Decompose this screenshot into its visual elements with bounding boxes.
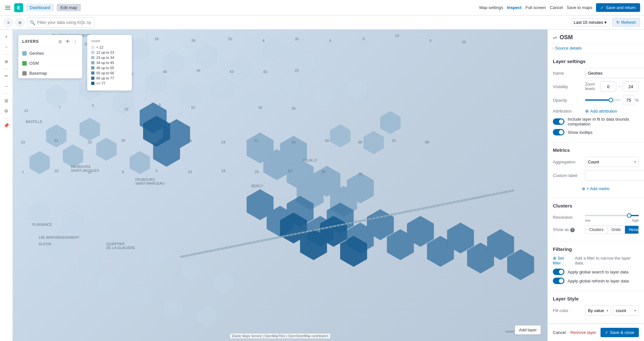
include-layer-toggle[interactable] xyxy=(553,118,564,125)
svg-text:24: 24 xyxy=(392,139,396,143)
fill-by-dropdown[interactable]: By value ▾ xyxy=(585,305,611,316)
zoom-out-button[interactable]: − xyxy=(2,42,11,51)
layer-item-basemap[interactable]: Basemap xyxy=(18,68,82,78)
bottom-actions: Cancel Remove layer ✓ Save & close xyxy=(548,324,644,341)
filter-input[interactable] xyxy=(27,17,95,28)
filter-options-button[interactable]: ⊕ xyxy=(15,18,24,27)
resolution-slider-container: low high xyxy=(585,212,639,222)
save-close-button[interactable]: ✓ Save & close xyxy=(601,328,639,337)
layer-item-geohex[interactable]: Geohex xyxy=(18,48,82,58)
custom-label-input[interactable] xyxy=(585,170,644,180)
svg-text:52: 52 xyxy=(191,106,196,109)
layer-item-osm[interactable]: OSM xyxy=(18,58,82,68)
dropdown-arrow-icon: ▾ xyxy=(634,160,636,164)
svg-text:22: 22 xyxy=(124,107,129,111)
legend-color-2 xyxy=(91,56,94,59)
resolution-row: Resolution low high xyxy=(553,212,639,222)
show-as-clusters-button[interactable]: Clusters xyxy=(585,226,608,234)
filter-bar: ≡ ⊕ 🔍 Last 15 minutes ▾ ↻ Refresh xyxy=(0,15,644,30)
legend-label-0: < 12 xyxy=(96,45,103,49)
svg-text:26: 26 xyxy=(188,139,192,143)
svg-marker-92 xyxy=(80,251,100,274)
neighborhood-label-4: FAUBOURGSAINT-MARCEAU xyxy=(135,178,164,185)
svg-marker-99 xyxy=(96,272,116,294)
neighborhood-label-2: BASTILLE xyxy=(26,120,42,124)
include-layer-label: Include layer in fit to data bounds comp… xyxy=(568,117,639,126)
tools-button[interactable]: ⚙ xyxy=(2,106,11,115)
apply-global-search-toggle[interactable] xyxy=(553,269,564,275)
neighborhood-label-6: BERCY xyxy=(251,184,264,188)
layers-filter-icon-btn[interactable]: ⊘ xyxy=(58,38,63,45)
svg-text:58: 58 xyxy=(325,139,329,143)
neighborhood-label-10: ALESIA xyxy=(39,242,51,246)
layers-button[interactable]: ⊞ xyxy=(2,96,11,105)
osm-color-box xyxy=(22,61,27,66)
svg-text:5: 5 xyxy=(429,39,431,42)
fill-field-dropdown[interactable]: count ▾ xyxy=(613,305,639,316)
cancel-bottom-button[interactable]: Cancel xyxy=(553,328,566,337)
svg-text:8: 8 xyxy=(363,37,365,41)
zoom-from-input[interactable] xyxy=(600,81,616,92)
set-filter-plus-icon: ⊕ xyxy=(553,256,556,261)
hamburger-menu[interactable] xyxy=(4,4,12,12)
show-as-hexagons-button[interactable]: Hexagons xyxy=(625,226,639,234)
set-filter-link[interactable]: ⊕ Set filter xyxy=(553,256,572,265)
zoom-in-button[interactable]: + xyxy=(2,32,11,41)
opacity-slider[interactable] xyxy=(585,99,621,101)
attribution-row: Attribution ⊕ Add attribution xyxy=(553,108,639,114)
legend-item-3: 34 up to 45 xyxy=(91,61,128,65)
time-selector[interactable]: Last 15 minutes ▾ xyxy=(571,18,610,26)
save-return-button[interactable]: ✓ Save and return xyxy=(596,3,640,12)
draw-button[interactable]: ✏ xyxy=(2,71,11,80)
map-area[interactable]: 39 29 20 49 18 39 20 4 35 4 8 29 5 29 20… xyxy=(13,30,547,341)
save-to-maps-link[interactable]: Save to maps xyxy=(567,5,592,10)
svg-marker-58 xyxy=(380,111,400,134)
show-tooltips-toggle[interactable] xyxy=(553,129,564,135)
resolution-label: Resolution xyxy=(553,215,585,220)
add-attribution-link[interactable]: ⊕ Add attribution xyxy=(585,108,617,114)
map-settings-link[interactable]: Map settings xyxy=(479,5,503,10)
edit-map-button[interactable]: Edit map xyxy=(57,4,81,11)
filter-toggle-button[interactable]: ≡ xyxy=(4,18,13,27)
full-screen-link[interactable]: Full screen xyxy=(525,5,546,10)
svg-text:8: 8 xyxy=(122,170,124,174)
zoom-to-input[interactable] xyxy=(623,81,639,92)
fill-color-controls: By value ▾ count ▾ xyxy=(585,305,639,316)
aggregation-dropdown[interactable]: Count ▾ xyxy=(585,157,639,167)
layers-more-icon-btn[interactable]: ⋮ xyxy=(72,38,78,45)
cancel-link[interactable]: Cancel xyxy=(550,5,563,10)
svg-marker-57 xyxy=(364,131,384,154)
remove-layer-button[interactable]: Remove layer xyxy=(570,328,596,337)
svg-text:75: 75 xyxy=(358,172,362,176)
name-input[interactable] xyxy=(585,68,644,78)
show-as-grids-button[interactable]: Grids xyxy=(608,226,625,234)
dashboard-button[interactable]: Dashboard xyxy=(26,4,54,11)
legend-item-5: 55 up to 66 xyxy=(91,71,128,75)
apply-global-refresh-toggle[interactable] xyxy=(553,278,564,284)
include-layer-toggle-row: Include layer in fit to data bounds comp… xyxy=(553,117,639,126)
measure-button[interactable]: ↔ xyxy=(2,82,11,91)
layers-eye-icon-btn[interactable]: 👁 xyxy=(65,38,71,45)
add-metric-link[interactable]: ⊕ + Add metric xyxy=(553,184,639,194)
resolution-slider[interactable] xyxy=(585,215,639,216)
svg-text:56: 56 xyxy=(322,170,326,174)
show-tooltips-label: Show tooltips xyxy=(568,130,592,135)
legend-label-2: 23 up to 34 xyxy=(96,56,114,60)
source-details[interactable]: › Source details xyxy=(548,44,644,54)
add-layer-button[interactable]: Add layer xyxy=(515,325,541,335)
search-map-button[interactable]: ⊕ xyxy=(2,57,11,66)
svg-text:20: 20 xyxy=(228,37,232,41)
filtering-section: Filtering ⊕ Set filter Add a filter to n… xyxy=(548,242,644,291)
layer-style-title: Layer Style xyxy=(553,296,639,301)
main-layout: + − ⊕ ✏ ↔ ⊞ ⚙ 📌 xyxy=(0,30,644,341)
svg-line-16 xyxy=(380,30,547,224)
osm-icon: ⇌ xyxy=(553,34,557,41)
svg-marker-51 xyxy=(80,118,100,141)
svg-marker-54 xyxy=(96,138,116,161)
refresh-button[interactable]: ↻ Refresh xyxy=(612,18,640,27)
svg-marker-39 xyxy=(297,51,317,74)
pin-button[interactable]: 📌 xyxy=(2,121,11,130)
svg-marker-98 xyxy=(63,278,83,301)
svg-marker-96 xyxy=(213,272,233,294)
inspect-link[interactable]: Inspect xyxy=(507,5,522,10)
